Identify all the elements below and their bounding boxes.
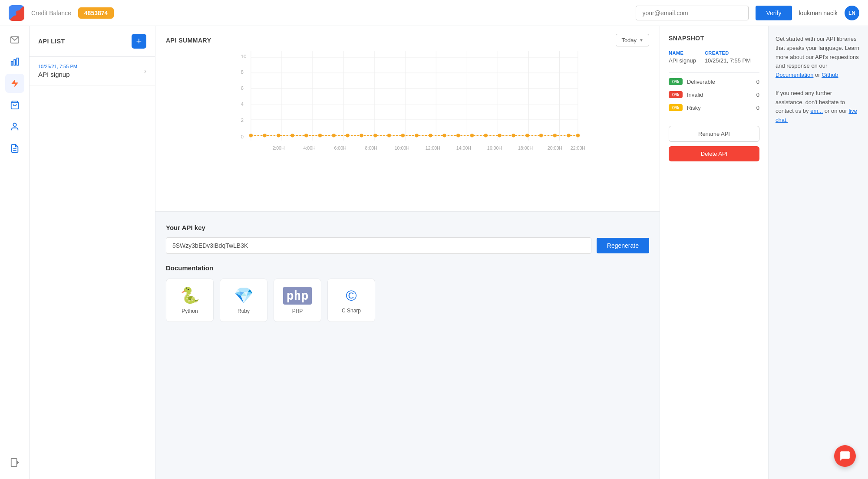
csharp-icon: © [346,287,356,304]
dropdown-arrow-icon: ▼ [639,38,644,43]
svg-point-52 [456,134,460,137]
api-item-name: API signup [38,71,77,78]
sidebar-item-mail[interactable] [5,30,24,49]
snapshot-panel: SNAPSHOT NAME API signup CREATED 10/25/2… [660,26,768,479]
svg-rect-5 [17,58,18,66]
svg-point-38 [263,134,266,137]
add-api-button[interactable]: + [132,34,146,49]
sidebar-item-chart[interactable] [5,52,24,71]
svg-point-59 [553,134,557,137]
right-info-text1: Get started with our API libraries that … [776,36,859,69]
svg-text:8: 8 [241,69,244,75]
snapshot-created-label: CREATED [705,50,751,56]
svg-point-8 [13,123,16,126]
email-input[interactable] [636,6,749,20]
sidebar-item-document[interactable] [5,139,24,158]
svg-text:10: 10 [241,53,247,59]
svg-text:4: 4 [241,101,244,107]
chart-svg: 10 8 6 4 2 0 [166,51,649,203]
api-summary-section: API SUMMARY Today ▼ 10 8 6 4 2 0 [155,26,660,212]
api-list-title: API LIST [38,38,65,45]
php-icon: php [283,287,312,305]
ruby-icon: 💎 [234,286,254,305]
main-content: API SUMMARY Today ▼ 10 8 6 4 2 0 [155,26,660,479]
snapshot-name-label: NAME [669,50,696,56]
risky-label: Risky [687,105,752,111]
svg-rect-11 [11,459,17,466]
svg-point-42 [318,134,322,137]
api-summary-header: API SUMMARY Today ▼ [155,26,660,46]
svg-text:16:00H: 16:00H [487,145,502,151]
svg-rect-3 [11,62,13,65]
api-key-title: Your API key [166,224,649,231]
svg-text:22:00H: 22:00H [571,145,585,151]
svg-text:20:00H: 20:00H [548,145,562,151]
api-item-info: 10/25/21, 7:55 PM API signup [38,64,77,78]
today-label: Today [621,37,637,43]
deliverable-label: Deliverable [687,79,752,85]
github-link[interactable]: Github [822,72,838,78]
api-key-section: Your API key Regenerate Documentation 🐍 … [155,212,660,479]
invalid-value: 0 [756,92,759,98]
api-list-item[interactable]: 10/25/21, 7:55 PM API signup › [30,57,155,85]
svg-point-48 [401,134,405,137]
invalid-label: Invalid [687,92,752,98]
api-summary-title: API SUMMARY [166,37,211,44]
sidebar-icons [0,26,30,479]
credit-balance-label: Credit Balance [31,10,71,16]
svg-text:2: 2 [241,117,244,123]
email-link[interactable]: em... [810,108,823,114]
csharp-card[interactable]: © C Sharp [327,279,375,322]
chart-container: 10 8 6 4 2 0 [155,46,660,211]
svg-point-60 [567,134,570,137]
svg-point-41 [304,134,308,137]
svg-point-58 [539,134,543,137]
svg-text:18:00H: 18:00H [518,145,533,151]
rename-api-button[interactable]: Rename API [669,126,759,142]
python-label: Python [182,308,198,314]
avatar: LN [845,6,859,20]
svg-point-44 [346,134,349,137]
svg-point-37 [249,134,253,137]
sidebar-item-door[interactable] [5,453,24,472]
risky-stat-row: 0% Risky 0 [669,104,759,111]
snapshot-title: SNAPSHOT [669,35,759,42]
credit-balance-value: 4853874 [78,7,114,19]
php-card[interactable]: php PHP [274,279,321,322]
verify-button[interactable]: Verify [756,6,792,20]
language-cards: 🐍 Python 💎 Ruby php PHP © C Sharp [166,279,649,322]
snapshot-created-col: CREATED 10/25/21, 7:55 PM [705,50,751,64]
php-label: PHP [292,308,303,314]
chat-bubble[interactable] [834,445,856,467]
documentation-link[interactable]: Documentation [776,72,813,78]
svg-point-39 [277,134,280,137]
api-key-input[interactable] [166,237,591,254]
invalid-badge: 0% [669,91,683,98]
delete-api-button[interactable]: Delete API [669,146,759,161]
main-layout: API LIST + 10/25/21, 7:55 PM API signup … [0,26,868,479]
invalid-stat-row: 0% Invalid 0 [669,91,759,98]
svg-text:12:00H: 12:00H [426,145,440,151]
svg-text:0: 0 [241,134,244,139]
ruby-label: Ruby [238,308,250,314]
sidebar-item-user[interactable] [5,117,24,136]
api-list-header: API LIST + [30,26,155,57]
ruby-card[interactable]: 💎 Ruby [220,279,267,322]
svg-point-45 [360,134,363,137]
sidebar-item-lightning[interactable] [5,74,24,93]
svg-point-54 [484,134,488,137]
deliverable-stat-row: 0% Deliverable 0 [669,78,759,85]
sidebar-item-basket[interactable] [5,95,24,115]
svg-point-56 [512,134,515,137]
regenerate-button[interactable]: Regenerate [597,238,649,253]
python-icon: 🐍 [180,286,200,305]
python-card[interactable]: 🐍 Python [166,279,214,322]
chevron-right-icon: › [144,67,146,75]
today-dropdown[interactable]: Today ▼ [616,34,649,46]
svg-text:4:00H: 4:00H [303,145,315,151]
snapshot-name-col: NAME API signup [669,50,696,64]
api-list-panel: API LIST + 10/25/21, 7:55 PM API signup … [30,26,155,479]
svg-point-43 [332,134,336,137]
api-item-date: 10/25/21, 7:55 PM [38,64,77,69]
svg-point-57 [525,134,529,137]
